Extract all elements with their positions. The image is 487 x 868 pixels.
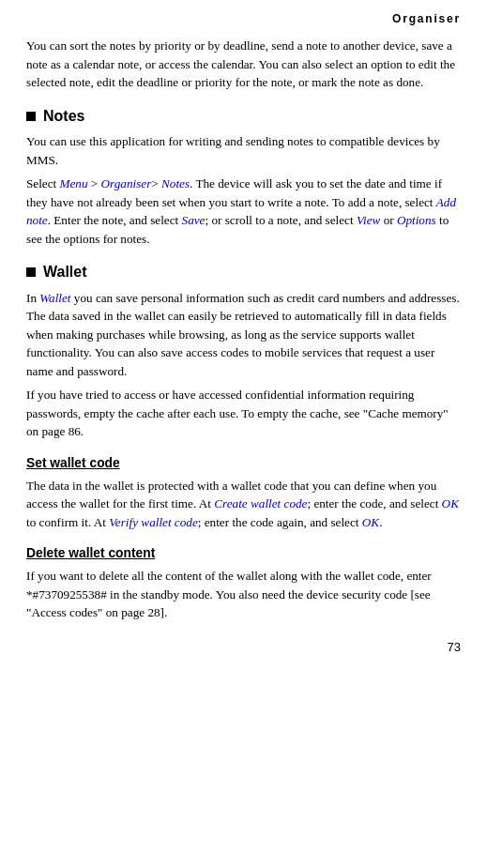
notes-menu-bold: Menu	[60, 176, 88, 190]
delete-wallet-heading-text: Delete wallet content	[26, 546, 155, 560]
intro-paragraph: You can sort the notes by priority or by…	[26, 37, 461, 92]
wallet-para-1: In Wallet you can save personal informat…	[26, 289, 461, 381]
notes-or: or	[380, 213, 397, 227]
swc-ok-1-link: OK	[442, 496, 459, 510]
notes-arrow-1: >	[88, 176, 101, 190]
swc-text-4: ; enter the code again, and select	[198, 515, 362, 529]
notes-para-2: Select Menu > Organiser> Notes. The devi…	[26, 175, 461, 248]
wallet-para-2: If you have tried to access or have acce…	[26, 386, 461, 441]
notes-arrow-2: >	[151, 176, 161, 190]
notes-section: Notes You can use this application for w…	[26, 105, 461, 248]
notes-para-1-text: You can use this application for writing…	[26, 134, 440, 167]
set-wallet-code-heading: Set wallet code	[26, 454, 461, 473]
notes-options-link: Options	[397, 213, 436, 227]
delete-wallet-heading: Delete wallet content	[26, 544, 461, 563]
swc-text-2: ; enter the code, and select	[307, 496, 441, 510]
notes-view-link: View	[357, 213, 380, 227]
delete-wallet-text: If you want to delete all the content of…	[26, 569, 432, 619]
swc-text-3: to confirm it. At	[26, 515, 109, 529]
delete-wallet-subsection: Delete wallet content If you want to del…	[26, 544, 461, 622]
create-wallet-link: Create wallet code	[214, 496, 307, 510]
page-number-text: 73	[448, 640, 461, 654]
notes-organiser-link: Organiser	[101, 176, 152, 190]
notes-notes-link: Notes	[161, 176, 190, 190]
notes-bullet	[26, 112, 36, 121]
wallet-in-text: In	[26, 291, 39, 305]
notes-text-4: ; or scroll to a note, and select	[205, 213, 357, 227]
wallet-heading-text: Wallet	[43, 261, 87, 282]
notes-heading: Notes	[26, 105, 461, 127]
page-header: Organiser	[26, 11, 461, 27]
notes-para-1: You can use this application for writing…	[26, 132, 461, 169]
wallet-bullet	[26, 267, 36, 277]
set-wallet-code-heading-text: Set wallet code	[26, 456, 120, 470]
swc-text-5: .	[379, 515, 382, 529]
header-title: Organiser	[392, 12, 461, 25]
set-wallet-code-para: The data in the wallet is protected with…	[26, 477, 461, 532]
wallet-section: Wallet In Wallet you can save personal i…	[26, 261, 461, 622]
notes-heading-text: Notes	[43, 105, 84, 127]
notes-text-3: . Enter the note, and select	[48, 213, 182, 227]
wallet-heading: Wallet	[26, 261, 461, 282]
page-number: 73	[26, 639, 461, 657]
swc-ok-2-link: OK	[362, 515, 379, 529]
wallet-text-1: you can save personal information such a…	[26, 291, 460, 378]
page-container: Organiser You can sort the notes by prio…	[0, 0, 487, 868]
verify-wallet-link: Verify wallet code	[109, 515, 197, 529]
set-wallet-code-subsection: Set wallet code The data in the wallet i…	[26, 454, 461, 532]
notes-select-label: Select	[26, 176, 60, 190]
wallet-link: Wallet	[39, 291, 70, 305]
intro-text: You can sort the notes by priority or by…	[26, 38, 455, 89]
delete-wallet-para: If you want to delete all the content of…	[26, 567, 461, 622]
wallet-cache-text: If you have tried to access or have acce…	[26, 388, 449, 438]
notes-save-link: Save	[182, 213, 205, 227]
